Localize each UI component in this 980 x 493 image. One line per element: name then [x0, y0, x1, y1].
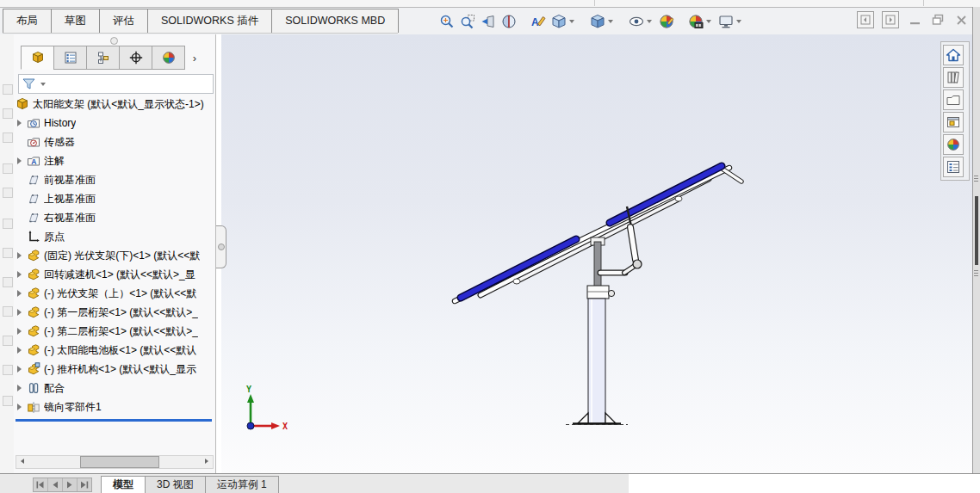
apply-scene-button[interactable]: [686, 12, 715, 31]
expand-arrow-icon[interactable]: [17, 309, 22, 316]
taskpane-custom-properties-button[interactable]: [943, 157, 964, 177]
scroll-first-tab-button[interactable]: [34, 478, 48, 491]
manager-tab-propertymanager[interactable]: [53, 46, 87, 70]
display-style-button[interactable]: [588, 12, 617, 31]
tree-item[interactable]: 右视基准面: [14, 208, 214, 227]
part-icon: [27, 305, 40, 319]
doc-tab-model[interactable]: 模型: [101, 476, 146, 493]
tree-item[interactable]: 传感器: [14, 132, 214, 151]
taskpane-solidworks-resources-button[interactable]: [943, 67, 964, 88]
tree-item-label: 右视基准面: [44, 211, 96, 225]
dropdown-caret-icon[interactable]: [736, 20, 741, 23]
zoom-to-area-button[interactable]: [458, 12, 477, 31]
zoom-fit-icon: [439, 14, 455, 29]
panel-collapse-handle[interactable]: [216, 225, 226, 268]
dropdown-caret-icon[interactable]: [569, 20, 574, 23]
tree-item[interactable]: (-) 太阳能电池板<1> (默认<<默认: [14, 341, 214, 360]
model-post: [587, 237, 615, 423]
tree-item[interactable]: 配合: [14, 379, 214, 397]
panel-split-handle[interactable]: [110, 37, 118, 45]
taskpane-design-library-button[interactable]: [943, 89, 964, 110]
doc-tab-3d-views[interactable]: 3D 视图: [145, 476, 206, 493]
tree-item[interactable]: 原点: [14, 227, 214, 246]
expand-arrow-icon[interactable]: [17, 271, 22, 278]
manager-tab-configurationmanager[interactable]: [86, 46, 120, 70]
configmanager-icon: [96, 51, 110, 65]
ribbon-tab-solidworks-addins[interactable]: SOLIDWORKS 插件: [147, 9, 272, 33]
manager-tab-displaymanager[interactable]: [152, 46, 185, 70]
tree-item[interactable]: (-) 推杆机构<1> (默认<默认_显示: [14, 360, 214, 379]
expand-arrow-icon[interactable]: [17, 366, 22, 373]
view-orientation-button[interactable]: [549, 12, 578, 31]
graphics-viewport[interactable]: Y X: [221, 34, 973, 474]
close-button[interactable]: [953, 12, 969, 28]
edit-appearance-button[interactable]: [657, 12, 676, 31]
tree-horizontal-scrollbar[interactable]: [16, 455, 214, 469]
scroll-right-button[interactable]: [201, 456, 213, 466]
ribbon-tab-sketch[interactable]: 草图: [51, 9, 100, 33]
ribbon-tab-solidworks-mbd[interactable]: SOLIDWORKS MBD: [271, 9, 399, 33]
menu-separator: [923, 0, 924, 6]
ribbon-tab-evaluate[interactable]: 评估: [99, 9, 148, 33]
expand-arrow-icon[interactable]: [17, 120, 22, 126]
expand-arrow-icon[interactable]: [17, 385, 22, 391]
tree-item-label: 回转减速机<1> (默认<<默认>_显: [44, 268, 195, 282]
expand-arrow-icon[interactable]: [17, 252, 22, 259]
taskpane-file-explorer-button[interactable]: [943, 112, 964, 132]
tree-item-label: 注解: [44, 154, 65, 169]
manager-tab-dimxpertmanager[interactable]: [119, 46, 152, 70]
expand-arrow-icon[interactable]: [17, 404, 22, 410]
mates-icon: [27, 381, 40, 395]
zoom-to-fit-button[interactable]: [437, 12, 456, 31]
rollback-bar[interactable]: [16, 419, 212, 422]
tree-item[interactable]: (-) 光伏支架（上）<1> (默认<<默: [14, 284, 214, 303]
tree-item[interactable]: 回转减速机<1> (默认<<默认>_显: [14, 265, 214, 284]
hide-show-annotations-button[interactable]: A: [529, 12, 548, 31]
svg-text:A: A: [31, 157, 36, 166]
taskpane-appearances-scenes-button[interactable]: [943, 134, 964, 155]
minimize-button[interactable]: [907, 12, 922, 28]
ribbon-tab-layout[interactable]: 布局: [3, 9, 52, 33]
scroll-left-button[interactable]: [16, 456, 28, 466]
appearance-ball-icon: [659, 14, 674, 29]
manager-tabs-overflow-chevron[interactable]: ›: [184, 46, 205, 70]
scrollbar-track[interactable]: [28, 456, 201, 468]
history-folder-icon: [27, 116, 40, 130]
collapse-pane-right-button[interactable]: [882, 11, 899, 28]
tree-item[interactable]: 太阳能支架 (默认<默认_显示状态-1>): [14, 95, 214, 114]
expand-arrow-icon[interactable]: [17, 157, 22, 164]
tree-filter-box[interactable]: [18, 74, 214, 94]
hide-show-items-button[interactable]: [627, 12, 655, 31]
previous-view-button[interactable]: [479, 12, 498, 31]
filter-dropdown-caret-icon[interactable]: [40, 83, 46, 86]
restore-button[interactable]: [930, 12, 946, 28]
scroll-prev-tab-button[interactable]: [48, 478, 63, 491]
tree-item[interactable]: A注解: [14, 151, 214, 170]
tree-item[interactable]: 镜向零部件1: [14, 397, 214, 416]
doc-tab-motion-study-1[interactable]: 运动算例 1: [205, 476, 279, 493]
scroll-next-tab-button[interactable]: [63, 478, 78, 491]
scroll-last-tab-button[interactable]: [78, 478, 91, 491]
tree-item[interactable]: 上视基准面: [14, 189, 214, 208]
expand-arrow-icon[interactable]: [17, 290, 22, 297]
document-tab-strip: 模型3D 视图运动算例 1: [0, 474, 629, 493]
manager-tab-featuremanager-tree[interactable]: [21, 46, 54, 70]
dropdown-caret-icon[interactable]: [608, 20, 613, 23]
task-pane-toolbar: [940, 41, 970, 181]
taskpane-home-button[interactable]: [943, 45, 964, 65]
section-view-button[interactable]: [499, 12, 518, 31]
expand-arrow-icon[interactable]: [17, 347, 22, 354]
tree-item[interactable]: (-) 第一层桁架<1> (默认<<默认>_: [14, 303, 214, 322]
previous-view-icon: [481, 14, 496, 29]
tree-item[interactable]: 前视基准面: [14, 170, 214, 189]
tree-item[interactable]: History: [14, 114, 214, 132]
scrollbar-thumb[interactable]: [80, 456, 159, 468]
collapse-pane-left-button[interactable]: [857, 11, 874, 28]
dropdown-caret-icon[interactable]: [647, 20, 652, 23]
expand-arrow-icon[interactable]: [17, 328, 22, 335]
tree-item[interactable]: (-) 第二层桁架<1> (默认<<默认>_: [14, 322, 214, 341]
view-settings-button[interactable]: [716, 12, 745, 31]
dropdown-caret-icon[interactable]: [706, 20, 711, 23]
tree-item[interactable]: (固定) 光伏支架(下)<1> (默认<<默: [14, 246, 214, 265]
filter-funnel-icon[interactable]: [22, 77, 36, 91]
